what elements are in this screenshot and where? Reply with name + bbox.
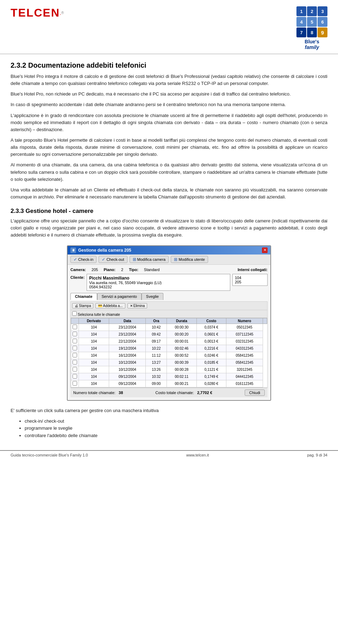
cell-ora-6: 13:26 [146, 366, 167, 373]
bullet-2: programmare le sveglie [25, 425, 327, 432]
window-screenshot: 🖥 Gestione della camera 205 ✕ ✓ Check-in… [67, 245, 271, 401]
camera-label: Camera: [70, 268, 86, 272]
camera-info-row: Camera: 205 Piano: 2 Tipo: Standard Inte… [70, 268, 268, 272]
cell-data-3: 19/12/2004 [109, 345, 146, 352]
footer-total-label: Numero totale chiamate: [73, 391, 115, 395]
cell-ora-7: 10:32 [146, 373, 167, 380]
window-close-button[interactable]: ✕ [262, 247, 268, 253]
footer-right: pag. 9 di 34 [307, 453, 327, 457]
para-2: Blue's Hotel Pro, non richiede un PC ded… [11, 91, 327, 98]
tabs-row: Chiamate Servizi a pagamento Sveglie [70, 293, 268, 300]
cell-costo-3: 0,2216 € [196, 345, 226, 352]
checkin-button[interactable]: ✓ Check-in [70, 256, 96, 263]
window-toolbar: ✓ Check-in ✓ Check-out ⊞ Modifica camera… [68, 254, 270, 265]
modifica-utente-label: Modifica utente [179, 257, 205, 262]
row-checkbox-7[interactable] [73, 374, 77, 379]
cell-ora-8: 09:00 [146, 380, 167, 387]
footer-cost-label: Costo totale chiamate: [155, 391, 194, 395]
modifica-utente-button[interactable]: ⊞ Modifica utente [171, 256, 208, 263]
cell-costo-0: 0,0374 € [196, 324, 226, 331]
col-derivato: Derivato [79, 318, 109, 324]
cell-durata-8: 00:00:21 [167, 380, 196, 387]
page-footer: Guida tecnico-commerciale Blue's Family … [0, 450, 338, 459]
table-row: 104 19/12/2004 10:22 00:02:46 0,2216 € 0… [71, 345, 267, 352]
grid-cell-9: 9 [318, 27, 327, 37]
select-all-label: Seleziona tutte le chiamate [78, 313, 120, 317]
interno-1: 104 [235, 276, 265, 280]
cell-ora-3: 10:22 [146, 345, 167, 352]
row-checkbox-0[interactable] [73, 325, 77, 329]
elimina-button[interactable]: ✕ Elimina [127, 303, 148, 308]
row-checkbox-2[interactable] [73, 339, 77, 343]
window-footer: Numero totale chiamate: 38 Costo totale … [70, 388, 268, 397]
cell-numero-3: 043312345 [226, 345, 263, 352]
client-address: Via aurelia nord, 76, 55049 Viareggio (L… [89, 281, 228, 285]
grid-cell-7: 7 [296, 27, 306, 37]
cell-durata-7: 00:02:11 [167, 373, 196, 380]
cell-numero-4: 058412345 [226, 352, 263, 359]
grid-cell-4: 4 [296, 17, 306, 27]
table-row: 104 23/12/2004 10:42 00:00:30 0,0374 € 0… [71, 324, 267, 331]
select-all-checkbox[interactable] [72, 311, 77, 316]
footer-center: www.telcen.it [186, 453, 209, 457]
tab-servizi[interactable]: Servizi a pagamento [97, 293, 142, 300]
para-1: Blue's Hotel Pro integra il motore di ca… [11, 73, 327, 87]
piano-label: Piano: [104, 268, 115, 272]
table-row: 104 10/12/2004 13:26 00:00:28 0,1121 € 3… [71, 366, 267, 373]
row-checkbox-8[interactable] [73, 381, 77, 386]
row-checkbox-5[interactable] [73, 360, 77, 364]
cell-derivato-1: 104 [79, 331, 109, 338]
modifica-utente-icon: ⊞ [174, 257, 177, 262]
client-details: Picchi Massimiliano Via aurelia nord, 76… [87, 274, 230, 291]
bullet-list: check-in/ check-out programmare le svegl… [11, 418, 327, 440]
cell-numero-8: 016112345 [226, 380, 263, 387]
addebita-icon: 💳 [98, 304, 102, 308]
logo-reg: ® [61, 11, 64, 15]
cell-derivato-2: 104 [79, 338, 109, 345]
window-titlebar: 🖥 Gestione della camera 205 ✕ [68, 246, 270, 254]
cell-data-0: 23/12/2004 [109, 324, 146, 331]
calls-table-wrapper: Derivato Data Ora Durata Costo Numero [70, 318, 268, 388]
bullet-3: controllare l'addebito delle chiamate [25, 432, 327, 440]
logo-area: TELCEN.® [11, 6, 64, 19]
cell-durata-5: 00:00:39 [167, 359, 196, 366]
cell-derivato-0: 104 [79, 324, 109, 331]
col-checkbox [71, 318, 79, 324]
cell-costo-1: 0,0601 € [196, 331, 226, 338]
logo: TELCEN [11, 6, 60, 19]
cell-numero-6: 32012345 [226, 366, 263, 373]
footer-total-value: 38 [119, 391, 123, 395]
cliente-label: Cliente: [70, 274, 84, 280]
section-232-heading: 2.3.2 Documentazione addebiti telefonici [11, 61, 327, 69]
grid-cell-2: 2 [307, 6, 317, 16]
tab-chiamate[interactable]: Chiamate [70, 293, 97, 300]
tipo-label: Tipo: [129, 268, 138, 272]
grid-cell-1: 1 [296, 6, 306, 16]
tab-sveglie[interactable]: Sveglie [142, 293, 163, 300]
table-row: 104 22/12/2004 09:17 00:00:01 0,0013 € 0… [71, 338, 267, 345]
stampa-button[interactable]: 🖨 Stampa [72, 303, 93, 308]
cell-data-5: 10/12/2004 [109, 359, 146, 366]
cell-ora-1: 09:42 [146, 331, 167, 338]
row-checkbox-3[interactable] [73, 346, 77, 350]
chiudi-button[interactable]: Chiudi [245, 390, 265, 396]
footer-total: Numero totale chiamate: 38 [73, 391, 123, 395]
cell-costo-7: 0,1749 € [196, 373, 226, 380]
checkout-button[interactable]: ✓ Check-out [99, 256, 127, 263]
para-6: Al momento di una chiamate, da una camer… [11, 161, 327, 183]
para-7: Una volta addebitate le chiamate ad un C… [11, 186, 327, 201]
row-checkbox-1[interactable] [73, 332, 77, 336]
row-checkbox-4[interactable] [73, 353, 77, 357]
col-costo: Costo [196, 318, 226, 324]
section-233-p1: L'applicazione offre uno speciale pannel… [11, 217, 327, 239]
modifica-camera-button[interactable]: ⊞ Modifica camera [130, 256, 169, 263]
para-4: L'applicazione è in grado di rendicontar… [11, 112, 327, 133]
cell-data-7: 09/12/2004 [109, 373, 146, 380]
addebita-button[interactable]: 💳 Addebita a... [95, 303, 125, 308]
elimina-icon: ✕ [130, 304, 133, 308]
tipo-value: Standard [144, 268, 160, 272]
below-screenshot-intro: E' sufficiente un click sulla camera per… [11, 407, 327, 414]
cell-ora-0: 10:42 [146, 324, 167, 331]
row-checkbox-6[interactable] [73, 367, 77, 372]
bullet-1: check-in/ check-out [25, 418, 327, 425]
